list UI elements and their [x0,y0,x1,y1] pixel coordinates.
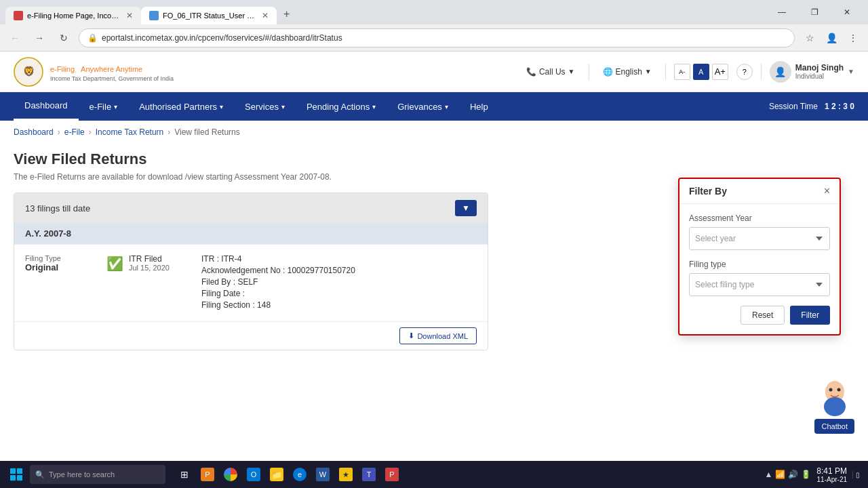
session-info: Session Time 1 2 : 3 0 [769,102,854,111]
filing-status-column: ✅ ITR Filed Jul 15, 2020 [106,254,188,272]
phone-icon: 📞 [526,67,536,77]
filing-type-column: Filing Type Original [25,254,93,272]
svg-point-5 [837,388,840,392]
tab-close-1[interactable]: ✕ [126,11,133,20]
taskbar-icon-word[interactable]: W [312,464,334,485]
browser-actions: ☆ 👤 ⋮ [800,28,863,47]
header-divider-3 [761,64,762,80]
close-button[interactable]: ✕ [831,1,863,23]
ack-label: Acknowledgement No [201,266,281,275]
browser-tab-2[interactable]: FO_06_ITR Status_User Manual (... ✕ [141,7,277,24]
filing-type-select[interactable]: Select filing type Original Revised Bela… [689,273,830,296]
font-increase-button[interactable]: A+ [712,64,728,80]
browser-tab-1[interactable]: e-Filing Home Page, Income Tax... ✕ [5,7,141,24]
download-xml-button[interactable]: ⬇ Download XML [399,327,477,344]
filing-status-text: ITR Filed [129,254,170,264]
start-button[interactable] [5,464,27,485]
filing-date-row: Filing Date : [201,289,477,298]
taskbar-right: ▲ 📶 🔊 🔋 8:41 PM 11-Apr-21 ▯ [764,466,863,483]
tray-volume-icon[interactable]: 🔊 [788,470,798,479]
nav-services[interactable]: Services ▾ [234,92,296,121]
page-title: View Filed Returns [14,150,854,168]
taskbar-icon-edge[interactable]: e [289,464,311,485]
svg-rect-9 [17,475,22,481]
address-bar[interactable]: 🔒 eportalst.incometax.gov.in/cpcenv/fose… [79,28,795,47]
call-us-button[interactable]: 📞 Call Us ▼ [521,64,580,79]
filter-close-button[interactable]: × [824,186,830,197]
font-decrease-button[interactable]: A- [674,64,690,80]
show-desktop-icon[interactable]: ▯ [852,471,863,479]
services-arrow-icon: ▾ [281,103,285,110]
nav-pending-actions[interactable]: Pending Actions ▾ [296,92,387,121]
filed-by-row: Filed By : SELF [201,277,477,287]
apply-filter-button[interactable]: Filter [790,306,830,325]
font-controls: A- A A+ [674,64,728,80]
taskbar-icon-outlook[interactable]: O [243,464,264,485]
reset-button[interactable]: Reset [741,306,785,325]
tab-favicon-2 [149,11,159,20]
tray-battery-icon[interactable]: 🔋 [801,470,811,479]
breadcrumb-sep-3: › [167,127,170,137]
browser-window: e-Filing Home Page, Income Tax... ✕ FO_0… [0,0,868,488]
breadcrumb-dashboard[interactable]: Dashboard [14,127,54,137]
nav-dashboard[interactable]: Dashboard [14,92,79,121]
forward-button[interactable]: → [30,28,49,47]
taskbar-icon-folder[interactable]: 📁 [266,464,288,485]
user-avatar: 👤 [770,61,791,83]
tray-arrow-icon[interactable]: ▲ [764,470,772,479]
tab-close-2[interactable]: ✕ [262,11,269,20]
search-placeholder: Type here to search [49,470,115,479]
new-tab-button[interactable]: + [277,4,296,24]
filing-date-label: Filing Date [201,289,240,298]
taskbar-time: 8:41 PM [816,466,847,476]
filter-popover-title: Filter By [689,186,727,197]
font-normal-button[interactable]: A [693,64,709,80]
help-button[interactable]: ? [736,64,753,80]
filter-popover: Filter By × Assessment Year Select year … [678,178,841,336]
breadcrumb-current: View filed Returns [174,127,240,137]
assessment-year-field: Assessment Year Select year 2021-22 2020… [689,214,830,250]
search-icon: 🔍 [35,470,45,479]
taskbar-search[interactable]: 🔍 Type here to search [30,465,165,484]
header-divider-2 [665,64,666,80]
maximize-button[interactable]: ❐ [799,1,830,23]
breadcrumb: Dashboard › e-File › Income Tax Return ›… [0,121,868,144]
minimize-button[interactable]: — [766,1,797,23]
language-button[interactable]: 🌐 English ▼ [597,64,657,79]
taskbar-icon-app1[interactable]: P [197,464,218,485]
header-actions: 📞 Call Us ▼ 🌐 English ▼ A- A A+ ? [521,61,854,83]
nav-grievances[interactable]: Grievances ▾ [387,92,459,121]
filter-button[interactable]: ▼ [455,200,477,216]
taskbar-icon-chrome[interactable] [220,464,241,485]
download-bar: ⬇ Download XML [14,321,488,350]
efile-arrow-icon: ▾ [114,103,117,110]
taskbar-clock[interactable]: 8:41 PM 11-Apr-21 [816,466,847,483]
assessment-year-select[interactable]: Select year 2021-22 2020-21 2019-20 2018… [689,227,830,250]
user-name: Manoj Singh [795,63,844,73]
menu-button[interactable]: ⋮ [844,28,863,47]
user-info[interactable]: 👤 Manoj Singh Individual ▼ [770,61,854,83]
chatbot-label[interactable]: Chatbot [814,419,854,434]
nav-authorised-partners[interactable]: Authorised Partners ▾ [128,92,234,121]
taskbar-icon-powerpoint[interactable]: P [381,464,403,485]
reload-button[interactable]: ↻ [54,28,73,47]
filed-by-label: Filed By [201,277,231,287]
ack-sep: : [283,266,288,275]
tab-favicon-1 [14,11,23,20]
breadcrumb-efile[interactable]: e-File [64,127,85,137]
chatbot-avatar [818,378,851,419]
taskbar: 🔍 Type here to search ⊞ P O 📁 e W [0,461,868,488]
breadcrumb-income-tax-return[interactable]: Income Tax Return [96,127,164,137]
page-content: 🦁 e-Filing Anywhere Anytime Income Tax D… [0,52,868,461]
back-button[interactable]: ← [5,28,24,47]
nav-efile[interactable]: e-File ▾ [79,92,129,121]
taskbar-icon-app7[interactable]: ★ [335,464,357,485]
taskbar-icon-teams[interactable]: T [358,464,380,485]
star-button[interactable]: ☆ [800,28,819,47]
profile-button[interactable]: 👤 [822,28,841,47]
taskbar-icon-taskview[interactable]: ⊞ [174,464,195,485]
taskbar-date: 11-Apr-21 [816,476,847,483]
tab-title-2: FO_06_ITR Status_User Manual (... [163,12,258,20]
nav-help[interactable]: Help [459,92,499,121]
tray-network-icon[interactable]: 📶 [775,470,785,479]
